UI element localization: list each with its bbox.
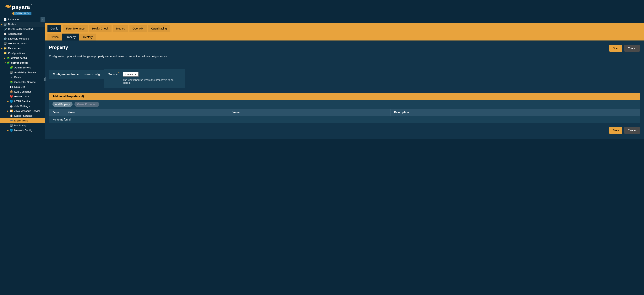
config-name-box: Configuration Name: server-config xyxy=(49,70,104,79)
brand-name: payara xyxy=(12,4,30,10)
nav-item-icon: ☕ xyxy=(10,104,13,108)
tab-openapi[interactable]: OpenAPI xyxy=(130,25,147,32)
page-description: Configuration options to set the given p… xyxy=(49,55,640,58)
nav-item-label: Java Message Service xyxy=(14,109,40,112)
nav-item-icon: 📄 xyxy=(4,18,7,21)
expand-arrow-icon[interactable]: ▶ xyxy=(7,100,9,102)
nav-lifecycle[interactable]: ▶⚙️Lifecycle Modules xyxy=(0,36,45,41)
nav-instances[interactable]: ▶📄Instances« xyxy=(0,17,45,22)
expand-arrow-icon[interactable]: ▶ xyxy=(1,47,3,49)
brand-badge: COMMUNITY xyxy=(14,12,32,15)
nav-item-label: server-config xyxy=(11,61,28,64)
expand-arrow-icon[interactable]: ▶ xyxy=(7,129,9,131)
expand-arrow-icon[interactable]: ▶ xyxy=(4,57,6,59)
svg-point-0 xyxy=(9,5,10,6)
nav-jms[interactable]: ▶🔁Java Message Service xyxy=(0,109,45,113)
save-button[interactable]: Save xyxy=(609,45,622,52)
nav-item-icon: 🌐 xyxy=(10,100,13,103)
nav-item-icon: 🧩 xyxy=(10,80,13,84)
nav-item-label: Resources xyxy=(8,47,21,50)
nav-item-icon: ▮▮ xyxy=(10,85,13,89)
subtab-directory[interactable]: Directory xyxy=(79,33,96,40)
nav-item-label: Clusters (Deprecated) xyxy=(8,27,34,30)
nav-availability[interactable]: ▶🖥️Availability Service xyxy=(0,70,45,75)
column-value: Value xyxy=(229,109,390,116)
nav-item-icon: 🖥️ xyxy=(4,42,7,45)
fish-icon xyxy=(5,3,11,10)
nav-item-label: Availability Service xyxy=(14,71,36,74)
nav-healthcheck[interactable]: ▶❤️HealthCheck xyxy=(0,94,45,99)
properties-table: SelectNameValueDescription No items foun… xyxy=(49,109,640,123)
save-button-footer[interactable]: Save xyxy=(609,127,622,134)
nav-item-label: MicroProfile xyxy=(14,119,28,122)
nav-item-icon: 📋 xyxy=(4,32,7,36)
nav-item-label: JVM Settings xyxy=(14,105,30,108)
nav-configurations[interactable]: ▼📁Configurations xyxy=(0,51,45,55)
nav-item-label: Applications xyxy=(8,32,22,35)
column-name: Name xyxy=(64,109,229,116)
nav-item-label: Network Config xyxy=(14,129,32,132)
nav-item-label: default-config xyxy=(11,56,27,59)
tab-opentracing[interactable]: OpenTracing xyxy=(148,25,170,32)
subtab-ordinal[interactable]: Ordinal xyxy=(48,33,62,40)
page-title: Property xyxy=(49,45,607,50)
collapse-sidebar-button[interactable]: « xyxy=(40,17,45,22)
nav-item-icon: ❤️ xyxy=(10,95,13,98)
nav-item-icon: 🔗 xyxy=(4,27,7,31)
nav-default-config[interactable]: ▶🧩default-config xyxy=(0,55,45,60)
nav-admin-service[interactable]: ▶🧩Admin Service xyxy=(0,65,45,70)
subtab-property[interactable]: Property xyxy=(62,33,79,40)
nav-batch[interactable]: ▶≡Batch xyxy=(0,75,45,80)
primary-tabs: ConfigFault ToleranceHealth CheckMetrics… xyxy=(45,23,644,32)
tab-config[interactable]: Config xyxy=(48,25,61,32)
tab-health-check[interactable]: Health Check xyxy=(89,25,112,32)
add-property-button[interactable]: Add Property xyxy=(52,102,72,107)
nav-item-label: HTTP Service xyxy=(14,100,30,103)
nav-monitoring-data[interactable]: ▶🖥️Monitoring Data xyxy=(0,41,45,46)
source-help: The ConfigSource where the property is t… xyxy=(123,78,182,84)
nav-network[interactable]: ▶🌐Network Config xyxy=(0,128,45,133)
nav-item-label: Monitoring Data xyxy=(8,42,26,45)
nav-ejb[interactable]: ▶📦EJB Container xyxy=(0,89,45,94)
nav-item-label: Instances xyxy=(8,18,19,21)
source-select[interactable]: domain xyxy=(123,72,138,76)
nav-logger[interactable]: ▶📋Logger Settings xyxy=(0,113,45,118)
nav-item-label: HealthCheck xyxy=(14,95,29,98)
table-title: Additional Properties (0) xyxy=(49,93,640,100)
nav-http[interactable]: ▶🌐HTTP Service xyxy=(0,99,45,104)
nav-connector[interactable]: ▶🧩Connector Service xyxy=(0,80,45,84)
nav-server-config[interactable]: ▼🧩server-config xyxy=(0,60,45,65)
nav-resources[interactable]: ▶📁Resources xyxy=(0,46,45,51)
nav-monitoring[interactable]: ▶🖥️Monitoring xyxy=(0,123,45,128)
tab-fault-tolerance[interactable]: Fault Tolerance xyxy=(63,25,88,32)
nav-item-icon: 〰️ xyxy=(10,119,13,122)
delete-properties-button: Delete Properties xyxy=(74,102,99,107)
expand-arrow-icon[interactable]: ▶ xyxy=(7,110,9,112)
expand-arrow-icon[interactable]: ▼ xyxy=(4,62,6,64)
nav-item-label: Data Grid xyxy=(14,85,26,88)
nav-item-label: Lifecycle Modules xyxy=(8,37,29,40)
required-icon: * xyxy=(118,72,120,75)
cancel-button[interactable]: Cancel xyxy=(624,45,640,52)
nav-item-label: Logger Settings xyxy=(14,114,32,117)
nav-microprofile[interactable]: ▶〰️MicroProfile xyxy=(0,118,45,123)
nav-item-icon: 🧩 xyxy=(6,56,10,60)
config-name-value: server-config xyxy=(84,73,100,76)
column-description: Description xyxy=(390,109,640,116)
nav-applications[interactable]: ▶📋Applications xyxy=(0,31,45,36)
nav-jvm[interactable]: ▶☕JVM Settings xyxy=(0,104,45,109)
tab-metrics[interactable]: Metrics xyxy=(113,25,128,32)
nav-item-icon: 🧩 xyxy=(10,66,13,69)
nav-data-grid[interactable]: ▶▮▮Data Grid xyxy=(0,84,45,89)
nav-item-icon: 📦 xyxy=(10,90,13,93)
nav-item-label: Connector Service xyxy=(14,81,36,83)
nav-nodes[interactable]: ▶🖥️Nodes xyxy=(0,22,45,27)
brand-logo: payara ® COMMUNITY xyxy=(0,0,45,17)
nav-item-label: Admin Service xyxy=(14,66,31,69)
cancel-button-footer[interactable]: Cancel xyxy=(624,127,640,134)
nav-item-icon: 🌐 xyxy=(10,129,13,132)
expand-arrow-icon[interactable]: ▼ xyxy=(1,52,3,54)
nav-item-icon: 📁 xyxy=(4,47,7,50)
nav-clusters[interactable]: ▶🔗Clusters (Deprecated) xyxy=(0,27,45,31)
expand-arrow-icon[interactable]: ▶ xyxy=(1,23,3,25)
